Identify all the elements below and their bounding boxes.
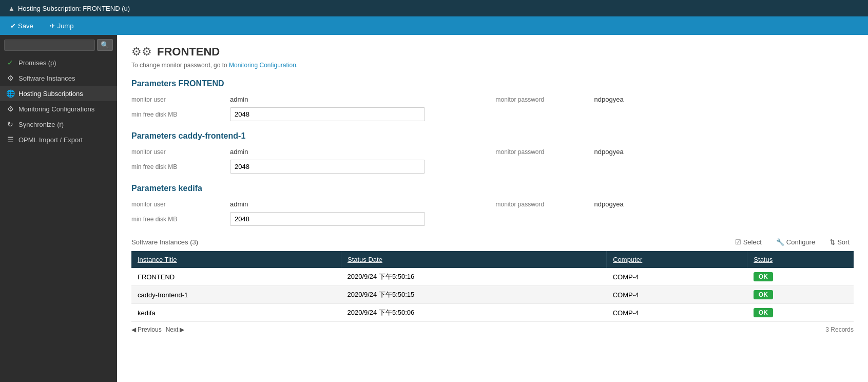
monitor-user-value-0: admin <box>230 96 490 103</box>
table-section: Software Instances (3) ☑ Select 🔧 Config… <box>131 236 854 333</box>
table-head: Instance Title Status Date Computer Stat… <box>131 251 854 268</box>
configure-button[interactable]: 🔧 Configure <box>772 236 819 248</box>
sync-icon: ↻ <box>6 120 14 128</box>
cell-status-2: OK <box>747 304 854 322</box>
min-disk-input-0[interactable] <box>230 107 425 121</box>
monitor-user-label-0: monitor user <box>131 96 224 103</box>
params-grid-2: monitor user admin monitor password ndpo… <box>131 200 854 226</box>
page-header: ⚙⚙ FRONTEND <box>131 45 854 59</box>
cell-instance-title-2: kedifa <box>131 304 341 322</box>
sidebar-item-opml[interactable]: ☰ OPML Import / Export <box>0 132 117 147</box>
col-status-date[interactable]: Status Date <box>341 251 606 268</box>
search-button[interactable]: 🔍 <box>97 39 113 51</box>
sidebar-item-monitoring-configurations[interactable]: ⚙ Monitoring Configurations <box>0 101 117 117</box>
min-disk-input-2[interactable] <box>230 212 425 226</box>
cell-instance-title-1: caddy-frontend-1 <box>131 286 341 304</box>
sort-icon: ⇅ <box>830 238 835 246</box>
list-icon: ☰ <box>6 136 14 144</box>
monitor-user-label-2: monitor user <box>131 201 224 208</box>
wrench-icon: 🔧 <box>776 238 784 246</box>
next-arrow-icon: ▶ <box>180 326 184 333</box>
status-date-sort-link[interactable]: Status Date <box>348 256 382 263</box>
cell-instance-title-0: FRONTEND <box>131 268 341 286</box>
page-header-icon: ⚙⚙ <box>131 45 152 59</box>
cell-status-date-1: 2020/9/24 下午5:50:15 <box>341 286 606 304</box>
col-computer[interactable]: Computer <box>607 251 747 268</box>
monitor-password-value-0: ndpogyea <box>594 96 854 103</box>
col-status[interactable]: Status <box>747 251 854 268</box>
min-disk-label-2: min free disk MB <box>131 216 224 223</box>
col-instance-title[interactable]: Instance Title <box>131 251 341 268</box>
hosting-bar-title: Hosting Subscription: FRONTEND (u) <box>18 5 130 12</box>
monitor-password-label-2: monitor password <box>496 201 588 208</box>
cell-status-date-2: 2020/9/24 下午5:50:06 <box>341 304 606 322</box>
monitor-password-label-0: monitor password <box>496 96 588 103</box>
page-title: FRONTEND <box>157 45 220 59</box>
jump-icon: ✈ <box>50 22 55 30</box>
params-grid-1: monitor user admin monitor password ndpo… <box>131 148 854 174</box>
sort-button[interactable]: ⇅ Sort <box>825 236 854 248</box>
next-button[interactable]: Next ▶ <box>166 326 185 333</box>
jump-button[interactable]: ✈ Jump <box>46 20 78 32</box>
table-section-title: Software Instances (3) <box>131 238 198 246</box>
monitor-user-label-1: monitor user <box>131 148 224 156</box>
monitor-link-text: To change monitor password, go to Monito… <box>131 62 854 69</box>
check-icon: ✓ <box>6 59 14 67</box>
params-section-2: Parameters kedifa monitor user admin mon… <box>131 184 854 226</box>
sidebar-item-promises[interactable]: ✓ Promises (p) <box>0 55 117 70</box>
select-button[interactable]: ☑ Select <box>731 236 766 248</box>
globe-icon: 🌐 <box>6 89 14 98</box>
record-count: 3 Records <box>825 326 854 333</box>
section-title-2: Parameters kedifa <box>131 184 854 193</box>
arrow-up-icon: ▲ <box>8 5 15 12</box>
table-row: FRONTEND2020/9/24 下午5:50:16COMP-4OK <box>131 268 854 286</box>
instance-title-sort-link[interactable]: Instance Title <box>138 256 177 263</box>
status-badge-2: OK <box>754 308 773 317</box>
instances-table: Instance Title Status Date Computer Stat… <box>131 251 854 322</box>
cell-status-1: OK <box>747 286 854 304</box>
table-header-row: Software Instances (3) ☑ Select 🔧 Config… <box>131 236 854 248</box>
monitor-password-value-2: ndpogyea <box>594 200 854 208</box>
section-title-1: Parameters caddy-frontend-1 <box>131 131 854 141</box>
monitoring-configuration-link[interactable]: Monitoring Configuration. <box>229 62 298 69</box>
monitor-user-value-2: admin <box>230 200 490 208</box>
section-title-0: Parameters FRONTEND <box>131 79 854 88</box>
cell-status-0: OK <box>747 268 854 286</box>
monitor-password-value-1: ndpogyea <box>594 148 854 156</box>
table-actions: ☑ Select 🔧 Configure ⇅ Sort <box>731 236 854 248</box>
pagination-buttons: ◀ Previous Next ▶ <box>131 326 184 333</box>
min-disk-input-1[interactable] <box>230 160 425 174</box>
status-badge-1: OK <box>754 290 773 299</box>
search-input[interactable] <box>4 40 95 51</box>
table-row: kedifa2020/9/24 下午5:50:06COMP-4OK <box>131 304 854 322</box>
params-section-1: Parameters caddy-frontend-1 monitor user… <box>131 131 854 174</box>
sidebar-item-hosting-subscriptions[interactable]: 🌐 Hosting Subscriptions <box>0 86 117 101</box>
checkbox-icon: ☑ <box>735 238 741 246</box>
computer-sort-link[interactable]: Computer <box>613 256 642 263</box>
params-grid-0: monitor user admin monitor password ndpo… <box>131 96 854 121</box>
hosting-top-bar: ▲ Hosting Subscription: FRONTEND (u) <box>0 0 868 16</box>
check-icon: ✔ <box>10 22 16 30</box>
params-section-0: Parameters FRONTEND monitor user admin m… <box>131 79 854 121</box>
status-badge-0: OK <box>754 272 773 281</box>
monitor-password-label-1: monitor password <box>496 148 588 156</box>
action-bar: ✔ Save ✈ Jump <box>0 16 868 35</box>
cell-status-date-0: 2020/9/24 下午5:50:16 <box>341 268 606 286</box>
min-disk-label-1: min free disk MB <box>131 163 224 170</box>
main-content: ⚙⚙ FRONTEND To change monitor password, … <box>117 35 868 382</box>
previous-button[interactable]: ◀ Previous <box>131 326 162 333</box>
pagination-row: ◀ Previous Next ▶ 3 Records <box>131 326 854 333</box>
min-disk-label-0: min free disk MB <box>131 111 224 118</box>
sidebar-item-synchronize[interactable]: ↻ Synchronize (r) <box>0 117 117 132</box>
table-row: caddy-frontend-12020/9/24 下午5:50:15COMP-… <box>131 286 854 304</box>
gear-icon: ⚙ <box>6 74 14 82</box>
prev-arrow-icon: ◀ <box>131 326 136 333</box>
save-button[interactable]: ✔ Save <box>6 20 37 32</box>
sidebar-item-software-instances[interactable]: ⚙ Software Instances <box>0 70 117 86</box>
cell-computer-1: COMP-4 <box>607 286 747 304</box>
cell-computer-2: COMP-4 <box>607 304 747 322</box>
sidebar: 🔍 ✓ Promises (p) ⚙ Software Instances 🌐 … <box>0 35 117 382</box>
table-body: FRONTEND2020/9/24 下午5:50:16COMP-4OKcaddy… <box>131 268 854 322</box>
status-sort-link[interactable]: Status <box>754 256 773 263</box>
layout: 🔍 ✓ Promises (p) ⚙ Software Instances 🌐 … <box>0 35 868 382</box>
